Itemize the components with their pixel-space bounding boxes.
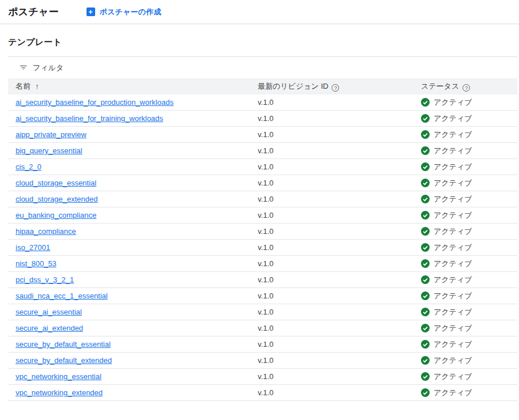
template-link[interactable]: secure_by_default_essential — [16, 340, 111, 349]
active-check-icon — [421, 275, 430, 284]
revision-cell: v.1.0 — [250, 288, 413, 304]
help-icon[interactable]: ? — [332, 84, 339, 92]
table-row: ai_security_baseline_for_training_worklo… — [8, 111, 517, 127]
status-badge: アクティブ — [421, 353, 517, 368]
status-badge: アクティブ — [421, 127, 517, 142]
status-badge: アクティブ — [421, 224, 517, 239]
status-label: アクティブ — [434, 323, 472, 334]
active-check-icon — [421, 98, 430, 107]
template-link[interactable]: aipp_private_preview — [16, 130, 86, 139]
template-link[interactable]: secure_by_default_extended — [16, 356, 112, 365]
section-title: テンプレート — [0, 24, 519, 56]
template-link[interactable]: secure_ai_extended — [16, 324, 83, 332]
status-label: アクティブ — [434, 97, 472, 108]
active-check-icon — [421, 308, 430, 316]
active-check-icon — [421, 243, 430, 252]
template-link[interactable]: eu_banking_compliance — [16, 211, 96, 220]
revision-cell: v.1.0 — [250, 353, 413, 369]
status-badge: アクティブ — [421, 240, 517, 255]
revision-cell: v.1.0 — [250, 111, 413, 127]
status-label: アクティブ — [434, 291, 472, 301]
active-check-icon — [421, 114, 430, 123]
status-label: アクティブ — [434, 372, 472, 382]
sort-ascending-icon: ↑ — [35, 82, 39, 90]
status-label: アクティブ — [434, 178, 472, 188]
status-label: アクティブ — [434, 275, 472, 285]
template-link[interactable]: ai_security_baseline_for_training_worklo… — [16, 114, 163, 123]
table-row: vpc_networking_extended v.1.0 アクティブ — [8, 385, 517, 401]
active-check-icon — [421, 356, 430, 365]
revision-cell: v.1.0 — [250, 191, 413, 207]
create-posture-button-label: ポスチャーの作成 — [100, 7, 161, 17]
table-row: pci_dss_v_3_2_1 v.1.0 アクティブ — [8, 272, 517, 288]
filter-icon — [19, 63, 28, 72]
status-badge: アクティブ — [421, 143, 517, 158]
table-row: big_query_essential v.1.0 アクティブ — [8, 143, 517, 159]
active-check-icon — [421, 372, 430, 381]
create-posture-button[interactable]: + ポスチャーの作成 — [86, 7, 161, 17]
active-check-icon — [421, 130, 430, 139]
revision-cell: v.1.0 — [250, 143, 413, 159]
status-label: アクティブ — [434, 194, 472, 205]
revision-cell: v.1.0 — [250, 336, 413, 353]
status-badge: アクティブ — [421, 94, 517, 110]
template-link[interactable]: ai_security_baseline_for_production_work… — [16, 98, 174, 107]
help-icon[interactable]: ? — [462, 84, 470, 92]
template-link[interactable]: pci_dss_v_3_2_1 — [16, 275, 74, 284]
status-label: アクティブ — [434, 130, 472, 140]
status-label: アクティブ — [434, 388, 472, 398]
status-label: アクティブ — [434, 162, 472, 172]
template-link[interactable]: cis_2_0 — [16, 162, 42, 171]
active-check-icon — [421, 179, 430, 187]
status-badge: アクティブ — [421, 159, 517, 175]
revision-cell: v.1.0 — [250, 272, 413, 288]
templates-table: 名前↑ 最新のリビジョン ID? ステータス? ai_security_base… — [8, 78, 517, 401]
table-row: nist_800_53 v.1.0 アクティブ — [8, 256, 517, 272]
status-badge: アクティブ — [421, 191, 517, 207]
page-header: ポスチャー + ポスチャーの作成 — [0, 0, 519, 24]
table-row: secure_by_default_essential v.1.0 アクティブ — [8, 336, 517, 353]
status-badge: アクティブ — [421, 256, 517, 271]
column-header-revision[interactable]: 最新のリビジョン ID? — [250, 78, 413, 94]
status-badge: アクティブ — [421, 320, 517, 336]
revision-cell: v.1.0 — [250, 224, 413, 240]
status-label: アクティブ — [434, 226, 472, 237]
template-link[interactable]: cloud_storage_essential — [16, 179, 96, 187]
revision-cell: v.1.0 — [250, 256, 413, 272]
table-row: secure_by_default_extended v.1.0 アクティブ — [8, 353, 517, 369]
template-link[interactable]: nist_800_53 — [16, 259, 57, 268]
filter-label: フィルタ — [33, 63, 63, 73]
template-link[interactable]: hipaa_compliance — [16, 227, 76, 236]
active-check-icon — [421, 146, 430, 155]
table-row: secure_ai_extended v.1.0 アクティブ — [8, 320, 517, 336]
status-badge: アクティブ — [421, 336, 517, 352]
plus-icon: + — [86, 7, 95, 16]
template-link[interactable]: big_query_essential — [16, 146, 82, 155]
template-link[interactable]: saudi_nca_ecc_1_essential — [16, 292, 108, 300]
active-check-icon — [421, 340, 430, 349]
column-header-status[interactable]: ステータス? — [413, 78, 517, 94]
template-link[interactable]: vpc_networking_essential — [16, 372, 101, 381]
revision-cell: v.1.0 — [250, 369, 413, 385]
status-badge: アクティブ — [421, 207, 517, 223]
table-row: cis_2_0 v.1.0 アクティブ — [8, 159, 517, 175]
template-link[interactable]: vpc_networking_extended — [16, 388, 103, 397]
active-check-icon — [421, 211, 430, 220]
table-row: ai_security_baseline_for_production_work… — [8, 94, 517, 111]
column-header-name[interactable]: 名前↑ — [8, 78, 250, 94]
template-link[interactable]: iso_27001 — [16, 243, 50, 252]
revision-cell: v.1.0 — [250, 127, 413, 143]
status-label: アクティブ — [434, 113, 472, 124]
table-header-row: 名前↑ 最新のリビジョン ID? ステータス? — [8, 78, 517, 94]
revision-cell: v.1.0 — [250, 159, 413, 175]
template-link[interactable]: secure_ai_essential — [16, 308, 82, 316]
template-link[interactable]: cloud_storage_extended — [16, 195, 97, 203]
revision-cell: v.1.0 — [250, 385, 413, 401]
status-label: アクティブ — [434, 259, 472, 269]
page-title: ポスチャー — [8, 5, 59, 18]
active-check-icon — [421, 195, 430, 203]
revision-cell: v.1.0 — [250, 304, 413, 320]
filter-bar[interactable]: フィルタ — [8, 56, 517, 78]
status-label: アクティブ — [434, 146, 472, 156]
status-badge: アクティブ — [421, 369, 517, 384]
